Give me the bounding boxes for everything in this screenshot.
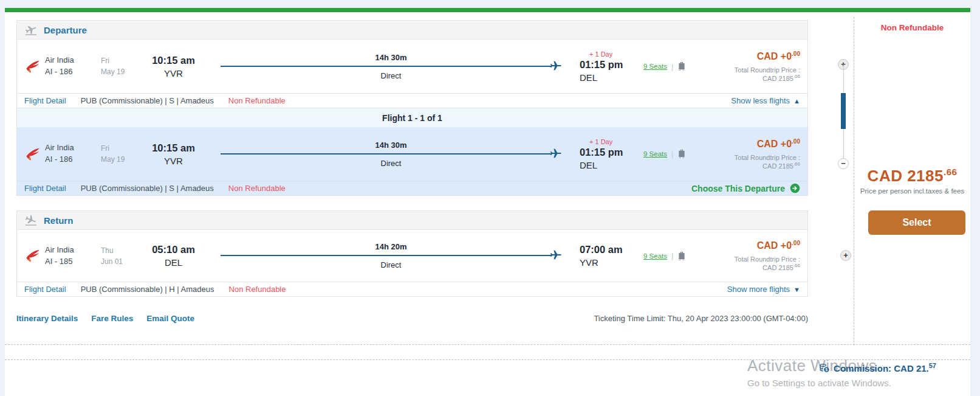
footer-row: Itinerary Details Fare Rules Email Quote… — [16, 314, 808, 323]
date-block: Thu Jun 01 — [101, 245, 145, 267]
date: May 19 — [101, 154, 145, 165]
departure-time-block: 10:15 am YVR — [145, 55, 202, 78]
plus-day-badge: + 1 Day — [589, 50, 643, 58]
departure-time: 10:15 am — [145, 55, 202, 66]
selected-flight-group: Air India AI - 186 Fri May 19 10:15 am Y… — [17, 127, 807, 195]
airline-name: Air India — [45, 55, 101, 66]
footer-links: Itinerary Details Fare Rules Email Quote — [16, 314, 194, 323]
price-block: CAD +0.00 Total Roundtrip Price : CAD 21… — [707, 51, 807, 82]
price-adjustment: CAD +0.00 — [707, 51, 800, 62]
route-block: 14h 30m Direct — [202, 141, 580, 168]
price-block: CAD +0.00 Total Roundtrip Price : CAD 21… — [707, 139, 807, 170]
arrival-airport-code: DEL — [580, 160, 643, 170]
day-of-week: Fri — [101, 55, 145, 66]
select-button[interactable]: Select — [868, 210, 965, 235]
flight-row[interactable]: Air India AI - 185 Thu Jun 01 05:10 am D… — [17, 230, 807, 282]
fare-code-label: PUB (Commissionable) | H | Amadeus — [81, 285, 214, 294]
arrival-time: 01:15 pm — [580, 147, 643, 158]
baggage-icon[interactable] — [677, 149, 686, 159]
departure-title: Departure — [44, 25, 87, 35]
day-of-week: Thu — [101, 245, 145, 256]
departure-airport-code: DEL — [145, 257, 202, 268]
price-adjustment: CAD +0.00 — [707, 139, 800, 150]
arrow-right-circle-icon — [790, 183, 800, 193]
departure-airport-code: YVR — [145, 156, 202, 166]
total-price-value: CAD 2185.66 — [707, 264, 800, 271]
plane-takeoff-icon — [24, 23, 38, 36]
total-price-value: CAD 2185.66 — [707, 162, 800, 170]
arrival-time-block: 07:00 am YVR — [580, 244, 643, 268]
flight-number: AI - 186 — [45, 66, 101, 78]
seats-link[interactable]: 9 Seats — [643, 63, 667, 70]
arrival-time: 07:00 am — [580, 244, 643, 255]
plus-button-return[interactable]: + — [840, 250, 851, 261]
fare-rules-link[interactable]: Fare Rules — [91, 314, 133, 323]
divider: | — [671, 62, 673, 71]
return-title: Return — [44, 215, 73, 226]
air-india-logo — [17, 146, 45, 162]
route-line — [221, 153, 552, 155]
choose-this-departure-button[interactable]: Choose This Departure — [691, 183, 800, 193]
flight-detail-strip: Flight Detail PUB (Commissionable) | S |… — [17, 93, 807, 108]
plane-icon — [549, 248, 563, 262]
flight-detail-link[interactable]: Flight Detail — [24, 96, 66, 105]
flight-detail-strip: Flight Detail PUB (Commissionable) | H |… — [17, 282, 807, 296]
flight-row-selected[interactable]: Air India AI - 186 Fri May 19 10:15 am Y… — [17, 127, 807, 181]
date: Jun 01 — [101, 256, 145, 267]
flight-number: AI - 186 — [45, 154, 101, 165]
airline-name: Air India — [45, 245, 101, 256]
flight-results-column: Departure Air India AI - 186 Fri May 19 — [16, 20, 808, 323]
flight-detail-link[interactable]: Flight Detail — [24, 184, 66, 193]
flight-duration: 14h 30m — [221, 141, 561, 150]
baggage-icon[interactable] — [677, 61, 686, 71]
flight-pager: Flight 1 - 1 of 1 — [17, 108, 807, 127]
scroll-thumb[interactable] — [841, 93, 846, 129]
show-more-flights-link[interactable]: Show more flights ▼ — [727, 285, 800, 294]
plane-icon — [549, 59, 563, 72]
flight-row[interactable]: Air India AI - 186 Fri May 19 10:15 am Y… — [17, 40, 807, 93]
route-line — [221, 255, 552, 256]
arrival-airport-code: YVR — [580, 257, 643, 268]
seats-block: 9 Seats | — [643, 251, 707, 261]
email-quote-link[interactable]: Email Quote — [146, 314, 194, 323]
day-of-week: Fri — [101, 143, 145, 154]
route-block: 14h 30m Direct — [202, 53, 580, 80]
departure-time-block: 05:10 am DEL — [145, 244, 202, 268]
seats-link[interactable]: 9 Seats — [643, 150, 667, 158]
stops-label: Direct — [221, 260, 561, 269]
flight-detail-link[interactable]: Flight Detail — [24, 285, 66, 294]
seats-block: 9 Seats | — [643, 61, 707, 71]
stops-label: Direct — [221, 159, 561, 168]
chevron-down-icon: ▼ — [793, 286, 800, 293]
horizontal-divider — [5, 344, 970, 345]
baggage-icon[interactable] — [677, 251, 686, 261]
plane-icon — [549, 147, 563, 160]
route-line — [221, 66, 552, 67]
refundability-label: Non Refundable — [228, 184, 286, 193]
itinerary-details-link[interactable]: Itinerary Details — [16, 314, 78, 323]
date-block: Fri May 19 — [101, 55, 145, 77]
seats-link[interactable]: 9 Seats — [643, 252, 667, 260]
svg-text:$: $ — [826, 367, 828, 372]
results-card: Departure Air India AI - 186 Fri May 19 — [5, 8, 970, 396]
departure-time: 05:10 am — [145, 244, 202, 255]
fare-code-label: PUB (Commissionable) | S | Amadeus — [81, 184, 214, 193]
price-adjustment: CAD +0.00 — [707, 240, 800, 251]
departure-time: 10:15 am — [145, 142, 202, 154]
show-less-flights-link[interactable]: Show less flights ▲ — [731, 96, 800, 105]
flight-list-scroller: + − — [838, 59, 849, 169]
arrival-airport-code: DEL — [580, 72, 643, 83]
coins-icon: $ — [819, 363, 830, 373]
price-summary-panel: Non Refundable CAD 2185.66 Price per per… — [854, 12, 970, 255]
seats-block: 9 Seats | — [643, 149, 707, 159]
plus-day-badge: + 1 Day — [589, 138, 643, 145]
minus-button[interactable]: − — [838, 158, 849, 169]
arrival-time-block: + 1 Day 01:15 pm DEL — [580, 138, 643, 170]
total-price-label: Total Roundtrip Price : — [707, 255, 800, 263]
commission-info: $ Commission: CAD 21.57 — [819, 363, 936, 373]
price-note: Price per person incl.taxes & fees — [859, 187, 965, 195]
plane-landing-icon — [24, 214, 38, 227]
fare-code-label: PUB (Commissionable) | S | Amadeus — [81, 96, 214, 105]
flight-number: AI - 185 — [45, 256, 101, 268]
divider: | — [671, 150, 673, 159]
